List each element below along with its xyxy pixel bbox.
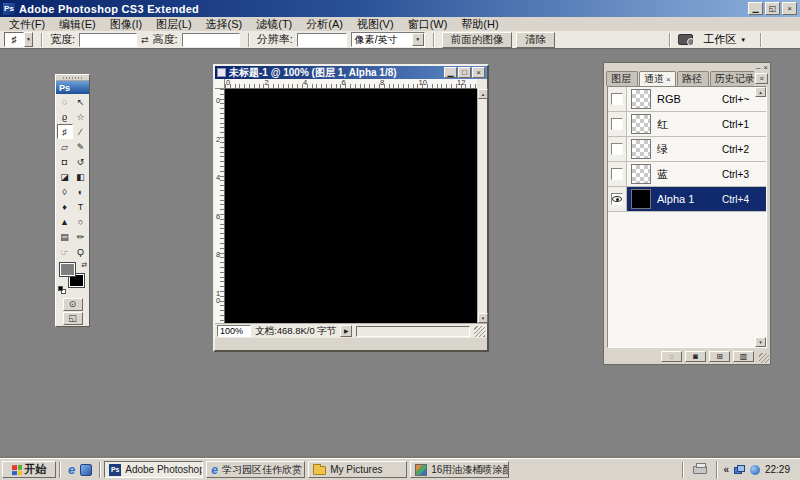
palette-minimize-button[interactable]: – xyxy=(756,64,760,72)
channel-row-rgb[interactable]: RGB Ctrl+~ xyxy=(608,87,766,112)
channel-row-alpha-1[interactable]: Alpha 1 Ctrl+4 xyxy=(608,187,766,212)
tool-move[interactable]: ↖ xyxy=(73,94,89,109)
scroll-up-icon[interactable]: ▴ xyxy=(755,87,766,97)
scroll-down-icon[interactable]: ▾ xyxy=(755,337,766,347)
resolution-input[interactable] xyxy=(297,33,347,47)
delete-channel-button[interactable]: ▥ xyxy=(733,351,754,362)
default-colors-icon[interactable] xyxy=(58,286,67,294)
document-titlebar[interactable]: 未标题-1 @ 100% (图层 1, Alpha 1/8) ▁□× xyxy=(215,66,487,79)
tool-eraser[interactable]: ◪ xyxy=(57,169,73,184)
front-image-button[interactable]: 前面的图像 xyxy=(442,32,513,48)
visibility-toggle[interactable] xyxy=(608,162,627,186)
resolution-unit-select[interactable]: 像素/英寸 ▼ xyxy=(351,32,425,47)
palette-header[interactable]: – × 图层通道×路径历史记录动作 ≡ xyxy=(604,63,770,86)
swap-dimensions-icon[interactable]: ⇄ xyxy=(141,35,149,45)
tray-app-icon[interactable] xyxy=(750,465,760,475)
tool-healing-brush[interactable]: ▱ xyxy=(57,139,73,154)
tab-close-icon[interactable]: × xyxy=(666,75,671,84)
tool-shape[interactable]: ○ xyxy=(73,214,89,229)
visibility-toggle[interactable] xyxy=(608,137,627,161)
tool-zoom[interactable]: Ϙ xyxy=(73,244,89,259)
tool-path-selection[interactable]: ▲ xyxy=(57,214,73,229)
status-menu-button[interactable]: ▶ xyxy=(340,325,352,337)
height-input[interactable] xyxy=(182,33,240,47)
menu-analysis[interactable]: 分析(A) xyxy=(299,17,350,31)
task-ie-gallery[interactable]: e 学习园区佳作欣赏 摄... xyxy=(206,461,305,478)
task-paint-tutorial[interactable]: 16用油漆桶喷涂颜色.... xyxy=(410,461,509,478)
tool-pen[interactable]: ♦ xyxy=(57,199,73,214)
foreground-color-swatch[interactable] xyxy=(60,263,75,276)
app-quick-launch-icon[interactable] xyxy=(80,464,92,476)
scroll-down-icon[interactable]: ▾ xyxy=(478,313,488,323)
menu-view[interactable]: 视图(V) xyxy=(350,17,401,31)
tab-history[interactable]: 历史记录 xyxy=(710,71,754,86)
restore-button[interactable]: ◱ xyxy=(765,2,780,15)
tool-notes[interactable]: ▤ xyxy=(57,229,73,244)
workspace-dropdown[interactable]: 工作区 ▼ xyxy=(697,32,752,48)
visibility-toggle[interactable] xyxy=(608,112,627,136)
visibility-toggle[interactable] xyxy=(608,87,627,111)
menu-edit[interactable]: 编辑(E) xyxy=(52,17,103,31)
tab-paths[interactable]: 路径 xyxy=(677,71,709,86)
doc-maximize-button[interactable]: □ xyxy=(458,67,471,78)
visibility-toggle[interactable] xyxy=(608,187,627,211)
vertical-scrollbar[interactable]: ▴ ▾ xyxy=(477,89,487,323)
width-input[interactable] xyxy=(79,33,137,47)
start-button[interactable]: 开始 xyxy=(2,461,56,478)
channel-row-red[interactable]: 红 Ctrl+1 xyxy=(608,112,766,137)
tool-brush[interactable]: ✎ xyxy=(73,139,89,154)
screen-mode-button[interactable]: ◱ xyxy=(63,312,83,325)
tool-gradient[interactable]: ◧ xyxy=(73,169,89,184)
canvas[interactable] xyxy=(225,89,477,323)
tab-channels[interactable]: 通道× xyxy=(639,71,676,86)
horizontal-scrollbar[interactable] xyxy=(356,326,470,337)
palette-scrollbar[interactable]: ▴ ▾ xyxy=(755,87,766,347)
menu-select[interactable]: 选择(S) xyxy=(199,17,250,31)
bridge-icon[interactable] xyxy=(678,34,693,45)
doc-close-button[interactable]: × xyxy=(472,67,485,78)
tool-history-brush[interactable]: ↺ xyxy=(73,154,89,169)
tool-clone-stamp[interactable]: ◘ xyxy=(57,154,73,169)
tool-crop[interactable]: ♯ xyxy=(57,124,73,139)
menu-image[interactable]: 图像(I) xyxy=(103,17,149,31)
tool-dodge[interactable]: ◐ xyxy=(73,184,89,199)
load-selection-button[interactable]: ◌ xyxy=(661,351,682,362)
network-icon[interactable] xyxy=(734,465,745,474)
close-button[interactable]: × xyxy=(782,2,797,15)
tool-preset-dropdown[interactable]: ▼ xyxy=(24,32,33,47)
palette-resize-grip[interactable] xyxy=(759,353,769,363)
minimize-button[interactable]: ▁ xyxy=(748,2,763,15)
tool-elliptical-marquee[interactable]: ◌ xyxy=(57,94,73,109)
tab-layers[interactable]: 图层 xyxy=(606,71,638,86)
tool-slice[interactable]: ∕ xyxy=(73,124,89,139)
task-photoshop[interactable]: Ps Adobe Photoshop CS3... xyxy=(104,461,203,478)
clear-button[interactable]: 清除 xyxy=(516,32,555,48)
tray-expand-icon[interactable]: « xyxy=(723,464,729,475)
menu-file[interactable]: 文件(F) xyxy=(2,17,52,31)
printer-icon[interactable] xyxy=(693,466,707,474)
quick-mask-button[interactable]: ⊙ xyxy=(63,298,83,311)
channel-row-green[interactable]: 绿 Ctrl+2 xyxy=(608,137,766,162)
palette-menu-button[interactable]: ≡ xyxy=(755,73,768,84)
save-selection-button[interactable]: ◙ xyxy=(685,351,706,362)
tool-hand[interactable]: ☞ xyxy=(57,244,73,259)
tool-blur[interactable]: ◊ xyxy=(57,184,73,199)
doc-minimize-button[interactable]: ▁ xyxy=(444,67,457,78)
channel-row-blue[interactable]: 蓝 Ctrl+3 xyxy=(608,162,766,187)
palette-close-button[interactable]: × xyxy=(763,64,768,72)
tool-eyedropper[interactable]: ✏ xyxy=(73,229,89,244)
menu-layer[interactable]: 图层(L) xyxy=(149,17,198,31)
menu-window[interactable]: 窗口(W) xyxy=(401,17,455,31)
window-titlebar[interactable]: Ps Adobe Photoshop CS3 Extended ▁◱× xyxy=(0,0,800,17)
scroll-up-icon[interactable]: ▴ xyxy=(478,89,488,99)
zoom-level-input[interactable] xyxy=(217,325,251,337)
tool-type[interactable]: T xyxy=(73,199,89,214)
resize-grip[interactable] xyxy=(474,326,485,337)
menu-filter[interactable]: 滤镜(T) xyxy=(249,17,299,31)
swap-colors-icon[interactable]: ⇄ xyxy=(81,261,87,269)
task-my-pictures[interactable]: My Pictures xyxy=(308,461,407,478)
chevron-down-icon[interactable]: ▼ xyxy=(412,33,424,46)
tool-magic-wand[interactable]: ☆ xyxy=(73,109,89,124)
ie-quick-launch-icon[interactable]: e xyxy=(68,463,75,476)
menu-help[interactable]: 帮助(H) xyxy=(454,17,505,31)
